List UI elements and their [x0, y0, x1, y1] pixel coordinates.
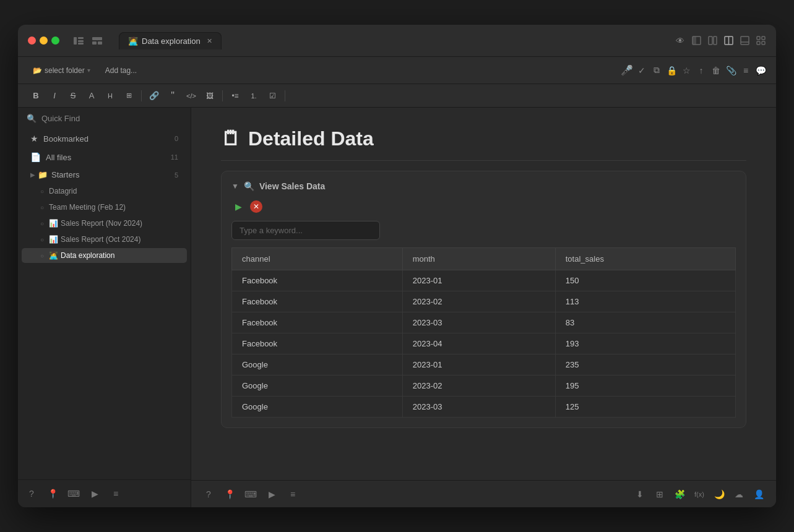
run-query-button[interactable]: ▶	[231, 200, 245, 213]
close-button[interactable]	[28, 36, 36, 45]
table-row: Facebook2023-02113	[232, 291, 736, 312]
active-tab[interactable]: 🧑‍💻 Data exploration ✕	[119, 32, 222, 49]
files-icon: 📄	[30, 152, 41, 162]
bottom-download-icon[interactable]: ⬇	[631, 486, 649, 503]
check-icon[interactable]: ✓	[636, 65, 647, 76]
maximize-button[interactable]	[51, 36, 59, 45]
sidebar-item-all-files[interactable]: 📄 All files 11	[22, 148, 187, 166]
delete-icon[interactable]: 🗑	[710, 65, 722, 76]
comment-icon[interactable]: 💬	[755, 65, 766, 76]
share-icon[interactable]: ↑	[696, 65, 707, 76]
bottom-play-icon[interactable]: ▶	[263, 486, 280, 503]
table-row: Google2023-01235	[232, 354, 736, 375]
sidebar-file-data-exploration[interactable]: ○ 🧑‍💻 Data exploration	[22, 248, 187, 263]
bottom-plugin-icon[interactable]: 🧩	[671, 486, 688, 503]
cell-month: 2023-01	[402, 270, 555, 291]
tab-icon: 🧑‍💻	[128, 36, 138, 46]
sidebar-toggle-icon[interactable]	[73, 35, 84, 46]
keyword-search-input[interactable]	[231, 221, 380, 240]
bottom-function-icon[interactable]: f(x)	[691, 486, 708, 503]
cell-total_sales: 195	[555, 375, 735, 397]
bottom-right-icons: ⬇ ⊞ 🧩 f(x) 🌙 ☁ 👤	[631, 486, 767, 503]
tab-bar: 🧑‍💻 Data exploration ✕	[119, 32, 668, 49]
bottom-keyboard-icon[interactable]: ⌨	[242, 486, 259, 503]
doc-area: 🗒 Detailed Data ▼ 🔍 View Sales Data ▶ ✕	[191, 108, 776, 480]
copy-icon[interactable]: ⧉	[651, 65, 662, 76]
code-button[interactable]: </>	[183, 88, 199, 104]
sidebar-footer: ? 📍 ⌨ ▶ ≡	[18, 479, 191, 507]
bold-button[interactable]: B	[28, 88, 44, 104]
bottom-grid-icon[interactable]: ⊞	[651, 486, 668, 503]
data-table: channel month total_sales Facebook2023-0…	[231, 247, 736, 418]
bottom-settings-icon[interactable]: ≡	[284, 486, 301, 503]
keyboard-icon[interactable]: ⌨	[65, 485, 82, 502]
bottom-location-icon[interactable]: 📍	[221, 486, 238, 503]
add-tag-button[interactable]: Add tag...	[100, 64, 142, 77]
play-icon[interactable]: ▶	[86, 485, 103, 502]
lock-icon[interactable]: 🔒	[666, 65, 677, 76]
quick-find[interactable]: 🔍 Quick Find	[18, 108, 191, 129]
collapse-arrow-icon[interactable]: ▼	[231, 182, 239, 191]
table-button[interactable]: ⊞	[121, 88, 137, 104]
text-color-button[interactable]: A	[84, 88, 100, 104]
column-month: month	[402, 248, 555, 270]
image-button[interactable]: 🖼	[202, 88, 218, 104]
cell-total_sales: 235	[555, 354, 735, 375]
bullet-list-button[interactable]: •≡	[227, 88, 243, 104]
sidebar-folder-starters[interactable]: ▶ 📁 Starters 5	[22, 167, 187, 182]
bottom-theme-icon[interactable]: 🌙	[710, 486, 728, 503]
star-icon[interactable]: ☆	[681, 65, 692, 76]
sidebar-file-sales-nov[interactable]: ○ 📊 Sales Report (Nov 2024)	[22, 216, 187, 231]
ordered-list-button[interactable]: 1.	[246, 88, 262, 104]
delete-query-button[interactable]: ✕	[250, 200, 262, 213]
format-separator-1	[141, 90, 142, 101]
sales-nov-label: Sales Report (Nov 2024)	[61, 219, 142, 228]
layout-icon[interactable]	[92, 35, 103, 46]
split-icon[interactable]	[707, 35, 718, 46]
cell-month: 2023-02	[402, 375, 555, 397]
heading-button[interactable]: H	[102, 88, 118, 104]
doc-title-icon: 🗒	[221, 127, 241, 150]
attachment-icon[interactable]: 📎	[725, 65, 736, 76]
select-folder-button[interactable]: 📂 select folder ▾	[28, 64, 95, 77]
checklist-button[interactable]: ☑	[264, 88, 280, 104]
query-controls: ▶ ✕	[231, 200, 736, 213]
cell-month: 2023-01	[402, 354, 555, 375]
tab-close-icon[interactable]: ✕	[207, 37, 212, 45]
grid-icon[interactable]	[755, 35, 766, 46]
italic-button[interactable]: I	[46, 88, 63, 104]
table-row: Facebook2023-01150	[232, 270, 736, 291]
bottom-cloud-icon[interactable]: ☁	[730, 486, 748, 503]
list-icon[interactable]: ≡	[740, 65, 751, 76]
bookmark-icon: ★	[30, 134, 38, 144]
quote-button[interactable]: "	[165, 88, 181, 104]
query-block-header: ▼ 🔍 View Sales Data	[231, 181, 736, 191]
expand-icon[interactable]	[691, 35, 702, 46]
sales-oct-icon: 📊	[49, 235, 58, 244]
sidebar-file-team-meeting[interactable]: ○ Team Meeting (Feb 12)	[22, 200, 187, 215]
settings-icon[interactable]: ≡	[107, 485, 124, 502]
sidebar-file-sales-oct[interactable]: ○ 📊 Sales Report (Oct 2024)	[22, 232, 187, 247]
table-body: Facebook2023-01150Facebook2023-02113Face…	[232, 270, 736, 418]
active-layout-icon[interactable]	[723, 35, 734, 46]
minimize-button[interactable]	[40, 36, 48, 45]
location-icon[interactable]: 📍	[44, 485, 61, 502]
table-row: Google2023-03125	[232, 397, 736, 418]
bottom-help-icon[interactable]: ?	[200, 486, 217, 503]
svg-rect-1	[78, 37, 84, 39]
cell-month: 2023-04	[402, 333, 555, 354]
link-button[interactable]: 🔗	[146, 88, 162, 104]
bottom-account-icon[interactable]: 👤	[750, 486, 767, 503]
sidebar-file-datagrid[interactable]: ○ Datagrid	[22, 184, 187, 199]
cell-total_sales: 83	[555, 312, 735, 333]
minimize-panel-icon[interactable]	[739, 35, 750, 46]
strikethrough-button[interactable]: S	[65, 88, 81, 104]
view-icon[interactable]: 👁	[675, 35, 686, 46]
help-icon[interactable]: ?	[23, 485, 40, 502]
sidebar-item-bookmarked[interactable]: ★ Bookmarked 0	[22, 130, 187, 147]
microphone-icon[interactable]: 🎤	[621, 65, 632, 76]
cell-total_sales: 150	[555, 270, 735, 291]
svg-rect-10	[714, 36, 717, 45]
cell-channel: Google	[232, 354, 403, 375]
file-dot-icon: ○	[40, 220, 44, 227]
